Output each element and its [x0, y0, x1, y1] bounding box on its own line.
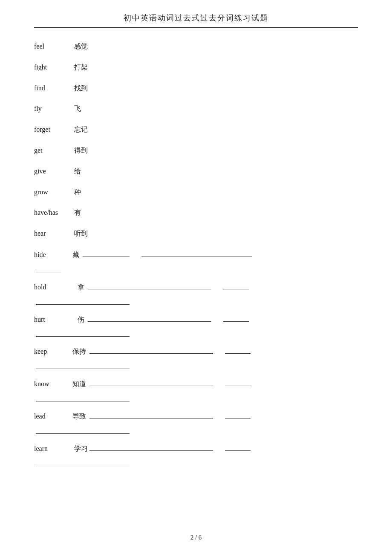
list-item: have/has 有 [34, 207, 358, 219]
word-english: have/has [34, 207, 72, 219]
word-chinese: 种 [74, 186, 81, 199]
list-item: get 得到 [34, 144, 358, 157]
word-english: forget [34, 124, 72, 136]
word-chinese: 打架 [74, 61, 88, 74]
blank-field[interactable] [89, 410, 213, 418]
word-english: keep [34, 346, 72, 358]
word-english: learn [34, 443, 72, 455]
blank-field[interactable] [36, 264, 61, 272]
word-english: hurt [34, 314, 72, 326]
word-chinese: 飞 [74, 103, 81, 115]
blank-field[interactable] [36, 328, 130, 337]
blank-field[interactable] [89, 442, 213, 451]
word-chinese: 得到 [74, 144, 88, 157]
word-english: give [34, 165, 72, 178]
word-chinese: 找到 [74, 82, 88, 95]
word-english: fly [34, 103, 72, 115]
blank-field[interactable] [88, 281, 211, 289]
blank-field[interactable] [36, 458, 130, 466]
blank-field[interactable] [89, 378, 213, 386]
list-item: learn 学习 [34, 442, 358, 466]
word-chinese: 导致 [72, 410, 86, 423]
list-item: know 知道 [34, 378, 358, 401]
blank-field[interactable] [36, 361, 130, 369]
word-english: get [34, 144, 72, 157]
word-english: lead [34, 410, 72, 423]
list-item: hold 拿 [34, 281, 358, 305]
word-english: grow [34, 186, 72, 199]
blank-field[interactable] [223, 281, 249, 289]
blank-field[interactable] [141, 248, 252, 257]
blank-field[interactable] [83, 248, 130, 257]
word-chinese: 给 [74, 165, 81, 178]
word-list: feel 感觉 fight 打架 find 找到 fly 飞 [34, 40, 358, 466]
list-item: feel 感觉 [34, 40, 358, 53]
word-chinese: 藏 [72, 249, 79, 261]
word-chinese: 学习 [74, 443, 88, 455]
blank-field[interactable] [36, 425, 130, 434]
list-item: forget 忘记 [34, 124, 358, 136]
word-chinese: 保持 [72, 346, 86, 358]
blank-field[interactable] [36, 393, 130, 401]
word-chinese: 感觉 [74, 40, 88, 53]
blank-field[interactable] [223, 313, 249, 322]
blank-field[interactable] [225, 345, 251, 354]
list-item: keep 保持 [34, 345, 358, 369]
blank-field[interactable] [225, 442, 251, 451]
list-item: fight 打架 [34, 61, 358, 74]
blank-field[interactable] [88, 313, 211, 322]
list-item: grow 种 [34, 186, 358, 199]
list-item: find 找到 [34, 82, 358, 95]
page-title: 初中英语动词过去式过去分词练习试题 [34, 13, 358, 28]
blank-field[interactable] [89, 345, 213, 354]
word-english: know [34, 378, 72, 390]
word-english: feel [34, 40, 72, 53]
word-english: find [34, 82, 72, 95]
word-english: hold [34, 281, 72, 294]
list-item: fly 飞 [34, 103, 358, 115]
word-chinese: 拿 [78, 281, 84, 294]
blank-field[interactable] [36, 296, 130, 305]
page: 初中英语动词过去式过去分词练习试题 feel 感觉 fight 打架 find … [0, 0, 392, 554]
blank-field[interactable] [225, 378, 251, 386]
word-chinese: 忘记 [74, 124, 88, 136]
word-chinese: 有 [74, 207, 81, 219]
word-chinese: 听到 [74, 228, 88, 240]
word-english: hear [34, 228, 72, 240]
list-item: lead 导致 [34, 410, 358, 434]
blank-field[interactable] [225, 410, 251, 418]
page-footer: 2 / 6 [0, 534, 392, 541]
list-item: hurt 伤 [34, 313, 358, 337]
word-chinese: 知道 [72, 378, 86, 390]
list-item: hide 藏 [34, 248, 358, 272]
word-chinese: 伤 [78, 314, 84, 326]
list-item: give 给 [34, 165, 358, 178]
word-english: hide [34, 249, 72, 261]
list-item: hear 听到 [34, 228, 358, 240]
word-english: fight [34, 61, 72, 74]
